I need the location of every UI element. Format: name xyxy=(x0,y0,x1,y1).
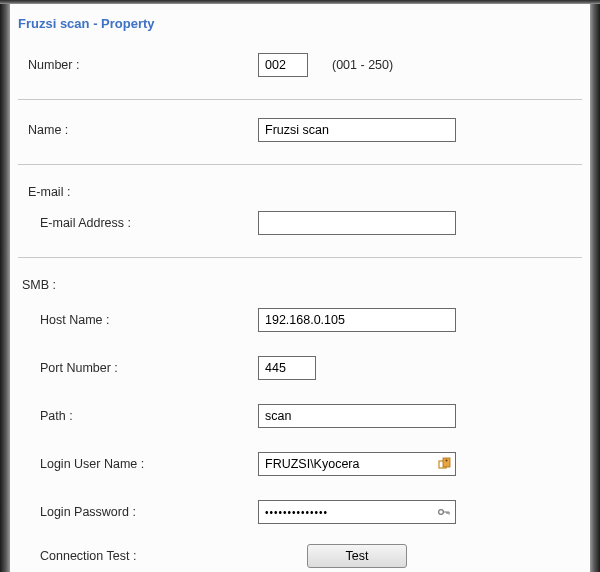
login-password-label: Login Password : xyxy=(18,505,258,519)
host-name-label: Host Name : xyxy=(18,313,258,327)
login-password-input[interactable] xyxy=(258,500,456,524)
name-label: Name : xyxy=(18,123,258,137)
name-input[interactable] xyxy=(258,118,456,142)
number-section: Number : (001 - 250) xyxy=(10,39,590,95)
separator xyxy=(18,99,582,100)
test-button[interactable]: Test xyxy=(307,544,407,568)
host-name-input[interactable] xyxy=(258,308,456,332)
separator xyxy=(18,164,582,165)
email-section-head: E-mail : xyxy=(18,175,582,203)
login-user-label: Login User Name : xyxy=(18,457,258,471)
path-input[interactable] xyxy=(258,404,456,428)
panel-title: Fruzsi scan - Property xyxy=(10,4,590,39)
connection-test-label: Connection Test : xyxy=(18,549,258,563)
number-label: Number : xyxy=(18,58,258,72)
port-number-input[interactable] xyxy=(258,356,316,380)
smb-section: SMB : Host Name : Port Number : Path : L… xyxy=(10,262,590,572)
separator xyxy=(18,257,582,258)
number-hint: (001 - 250) xyxy=(332,58,393,72)
email-address-label: E-mail Address : xyxy=(18,216,258,230)
path-label: Path : xyxy=(18,409,258,423)
property-panel: Fruzsi scan - Property Number : (001 - 2… xyxy=(10,4,590,572)
email-address-input[interactable] xyxy=(258,211,456,235)
name-section: Name : xyxy=(10,104,590,160)
port-number-label: Port Number : xyxy=(18,361,258,375)
email-section: E-mail : E-mail Address : xyxy=(10,169,590,253)
number-input[interactable] xyxy=(258,53,308,77)
login-user-input[interactable] xyxy=(258,452,456,476)
smb-section-head: SMB : xyxy=(18,268,582,296)
